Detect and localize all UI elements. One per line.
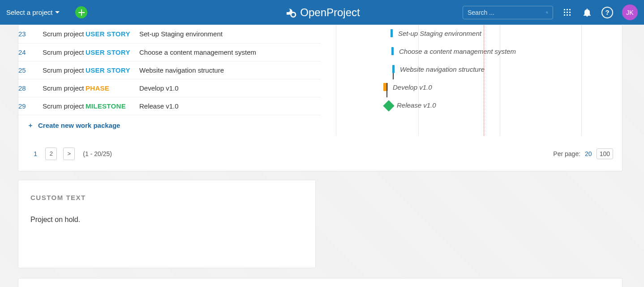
search-icon [546,9,548,16]
wp-subject: Set-up Staging environment [139,25,321,43]
pagination-next[interactable]: > [63,148,75,160]
work-packages-card: 23Scrum projectUSER STORYSet-up Staging … [18,25,623,171]
project-dropdown-label: Select a project [6,9,52,16]
search-input[interactable] [468,9,546,16]
help-icon[interactable]: ? [601,7,613,18]
gantt-dependency-line [393,73,394,79]
per-page-option[interactable]: 100 [597,148,613,159]
pagination-page-2[interactable]: 2 [45,148,57,160]
search-box[interactable] [463,6,553,19]
gantt-milestone-icon[interactable] [383,100,394,111]
gantt-label: Choose a content management system [399,48,516,55]
wp-id[interactable]: 24 [18,43,43,61]
per-page-label: Per page: [553,150,580,157]
wp-id[interactable]: 29 [18,97,43,115]
add-button[interactable] [75,6,87,18]
notifications-icon[interactable] [582,7,592,18]
wp-type: MILESTONE [86,97,139,115]
wp-subject: Choose a content management system [139,43,321,61]
gantt-dependency-line [386,83,387,97]
gantt-row[interactable]: Release v1.0 [321,97,622,115]
gantt-bar[interactable] [392,65,395,73]
wp-project: Scrum project [43,79,86,97]
brand-logo[interactable]: OpenProject [284,6,360,19]
wp-id[interactable]: 25 [18,61,43,79]
svg-line-2 [547,13,548,13]
wp-subject: Develop v1.0 [139,79,321,97]
create-work-package-button[interactable]: ＋ Create new work package [18,115,321,136]
wp-id[interactable]: 23 [18,25,43,43]
wp-id[interactable]: 28 [18,79,43,97]
pagination: 1 2 > (1 - 20/25) Per page: 20 100 [18,136,622,171]
gantt-label: Website navigation structure [400,65,485,73]
gantt-row[interactable]: Website navigation structure [321,61,622,79]
table-row[interactable]: 29Scrum projectMILESTONERelease v1.0 [18,97,321,115]
svg-rect-11 [569,14,571,16]
wp-project: Scrum project [43,97,86,115]
avatar[interactable]: JK [622,4,638,20]
svg-rect-6 [564,12,565,13]
gantt-label: Set-up Staging environment [398,30,481,37]
gantt-label: Release v1.0 [397,101,436,109]
project-dropdown[interactable]: Select a project [6,9,60,16]
work-packages-table: 23Scrum projectUSER STORYSet-up Staging … [18,25,321,136]
header-right: ? JK [463,4,638,20]
wp-subject: Release v1.0 [139,97,321,115]
create-work-package-label: Create new work package [38,122,120,129]
brand-icon [284,6,296,19]
svg-rect-3 [564,9,565,10]
custom-text-body: Project on hold. [30,216,303,224]
table-row[interactable]: 23Scrum projectUSER STORYSet-up Staging … [18,25,321,43]
gantt-bar[interactable] [391,29,393,37]
content-area: 23Scrum projectUSER STORYSet-up Staging … [0,25,644,287]
apps-icon[interactable] [562,7,573,18]
wp-type: USER STORY [86,61,139,79]
chevron-down-icon [55,11,60,13]
wp-type: PHASE [86,79,139,97]
wp-project: Scrum project [43,61,86,79]
gantt-bar[interactable] [391,47,394,55]
wp-subject: Website navigation structure [139,61,321,79]
wp-type: USER STORY [86,43,139,61]
svg-point-1 [546,11,547,13]
svg-rect-4 [567,9,568,10]
table-row[interactable]: 24Scrum projectUSER STORYChoose a conten… [18,43,321,61]
gantt-row[interactable]: Set-up Staging environment [321,25,622,43]
gantt-row[interactable]: Develop v1.0 [321,79,622,97]
table-row[interactable]: 28Scrum projectPHASEDevelop v1.0 [18,79,321,97]
custom-text-card: CUSTOM TEXT Project on hold. [18,180,316,268]
pagination-current: 1 [32,150,39,157]
table-row[interactable]: 25Scrum projectUSER STORYWebsite navigat… [18,61,321,79]
plus-icon [78,9,85,16]
svg-rect-8 [569,12,571,13]
bottom-card [18,278,623,287]
wp-project: Scrum project [43,25,86,43]
svg-rect-10 [567,14,568,16]
svg-rect-5 [569,9,571,10]
avatar-initials: JK [626,9,633,16]
top-header: Select a project OpenProject ? JK [0,0,644,25]
svg-rect-9 [564,14,565,16]
plus-icon: ＋ [27,122,34,130]
svg-rect-7 [567,12,568,13]
wp-project: Scrum project [43,43,86,61]
gantt-label: Develop v1.0 [393,83,432,91]
pagination-info: (1 - 20/25) [81,150,112,157]
svg-point-0 [291,12,296,17]
wp-type: USER STORY [86,25,139,43]
per-page-active[interactable]: 20 [585,150,592,157]
brand-text: OpenProject [300,6,360,19]
gantt-row[interactable]: Choose a content management system [321,43,622,61]
gantt-today-line [484,25,484,136]
custom-text-title: CUSTOM TEXT [30,194,303,201]
gantt-chart[interactable]: Set-up Staging environmentChoose a conte… [321,25,622,136]
